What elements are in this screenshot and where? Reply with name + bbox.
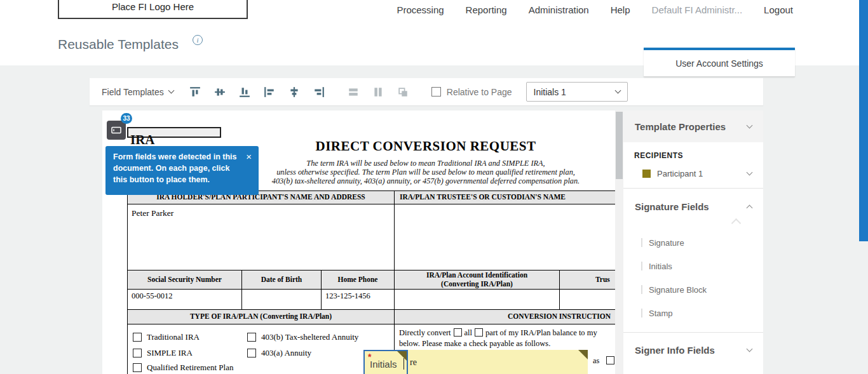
document-scrollbar[interactable]: [615, 110, 623, 374]
participant-name: Participant 1: [657, 169, 703, 178]
checkbox-icon: [454, 328, 462, 337]
user-account-settings-label: User Account Settings: [675, 58, 763, 69]
chevron-down-icon: [168, 88, 174, 94]
table-row: Social Security Number Date of Birth Hom…: [128, 270, 615, 290]
participant-color-swatch: [642, 170, 651, 178]
template-properties-header[interactable]: Template Properties: [623, 110, 763, 142]
nav-item-administration[interactable]: Administration: [529, 4, 589, 15]
trustee-value-cell: [560, 290, 615, 309]
field-item-signature[interactable]: Signature: [649, 236, 750, 250]
table-row: TYPE OF IRA/PLAN (Converting IRA/Plan) C…: [128, 310, 615, 324]
conversion-all-label: all: [465, 328, 473, 337]
trustee-header-cell: IRA/PLAN TRUSTEE'S OR CUSTODIAN'S NAME: [395, 191, 615, 204]
nav-item-help[interactable]: Help: [611, 4, 630, 15]
fields-detected-tooltip: Form fields were detected in this docume…: [105, 146, 259, 195]
sizing-icon-group: [348, 86, 409, 98]
ssn-value-cell: 000-55-0012: [128, 290, 242, 309]
as-label: as: [593, 356, 599, 365]
type-option: 403(b) Tax-sheltered Annuity: [247, 332, 358, 342]
column-header: Trus: [560, 270, 615, 289]
field-select-value: Initials 1: [534, 87, 566, 97]
field-item-signature-block[interactable]: Signature Block: [649, 283, 750, 297]
chevron-down-icon: [747, 169, 753, 175]
checkbox-icon: [247, 349, 256, 357]
phone-value-cell: 123-125-1456: [322, 290, 395, 309]
align-bottom-icon[interactable]: [239, 86, 250, 98]
field-templates-label: Field Templates: [102, 87, 164, 97]
recipient-participant-row[interactable]: Participant 1: [623, 165, 763, 182]
chevron-down-icon: [747, 345, 753, 352]
type-option: 403(a) Annuity: [247, 348, 311, 358]
signature-fields-label: Signature Fields: [635, 201, 709, 212]
match-height-icon[interactable]: [372, 86, 384, 98]
placed-initials-field[interactable]: * Initials: [363, 350, 408, 374]
detected-fields-count-badge: 33: [121, 113, 132, 124]
checkbox-icon: [247, 333, 256, 342]
info-icon[interactable]: i: [193, 35, 203, 45]
chevron-up-icon: [747, 204, 753, 211]
document-scrollbar-thumb[interactable]: [616, 112, 623, 179]
place-detected-fields-button[interactable]: [107, 121, 126, 140]
table-row: 000-55-0012 123-125-1456: [128, 290, 615, 310]
fi-logo-text: Place FI Logo Here: [112, 1, 194, 12]
detected-field-highlight[interactable]: re: [408, 350, 588, 374]
align-center-icon[interactable]: [288, 86, 300, 98]
signer-info-fields-header[interactable]: Signer Info Fields: [623, 341, 763, 359]
type-options-cell: Traditional IRA SIMPLE IRA Qualified Ret…: [128, 324, 395, 374]
alignment-icon-group: [189, 86, 325, 98]
align-top-icon[interactable]: [189, 86, 201, 98]
type-option-label: 403(a) Annuity: [261, 348, 311, 358]
underlying-text: re: [410, 357, 417, 368]
type-option: Qualified Retirement Plan: [133, 363, 233, 373]
signature-fields-header[interactable]: Signature Fields: [623, 197, 763, 215]
nav-item-processing[interactable]: Processing: [397, 4, 444, 15]
type-option-label: Traditional IRA: [147, 332, 200, 342]
relative-to-page-control: Relative to Page: [431, 87, 512, 97]
field-item-initials[interactable]: Initials: [649, 259, 750, 273]
column-header: IRA/Plan Account Identification (Convert…: [395, 270, 560, 289]
close-icon[interactable]: ×: [246, 150, 252, 163]
type-option: Traditional IRA: [133, 332, 200, 342]
trustee-name-cell: [395, 204, 615, 270]
align-left-icon[interactable]: [264, 86, 275, 98]
form-field-icon: [111, 124, 122, 136]
nav-item-logout[interactable]: Logout: [764, 4, 793, 15]
signer-info-fields-label: Signer Info Fields: [635, 345, 715, 356]
type-header-cell: TYPE OF IRA/PLAN (Converting IRA/Plan): [128, 310, 395, 324]
match-size-icon[interactable]: [397, 86, 409, 98]
panel-divider: [623, 332, 763, 333]
sub-header: Reusable Templates i User Account Settin…: [0, 19, 868, 65]
top-bar: Place FI Logo Here Processing Reporting …: [0, 0, 868, 19]
nav-item-reporting[interactable]: Reporting: [466, 4, 507, 15]
document-page: 33 IRA Form fields were detected in this…: [102, 110, 615, 374]
page-scrollbar-thumb[interactable]: [859, 0, 868, 241]
relative-to-page-label: Relative to Page: [447, 87, 512, 97]
nav-item-current-user[interactable]: Default FI Administr...: [652, 4, 743, 15]
form-table: IRA HOLDER'S/PLAN PARTICIPANT'S NAME AND…: [127, 190, 615, 374]
initials-field-label: Initials: [370, 359, 397, 370]
relative-to-page-checkbox[interactable]: [431, 87, 441, 97]
checkbox-icon: [133, 363, 142, 372]
field-item-stamp[interactable]: Stamp: [649, 306, 750, 320]
table-row: Peter Parker: [128, 204, 615, 270]
designer-toolbar: Field Templates: [90, 78, 763, 105]
type-option-label: SIMPLE IRA: [147, 348, 193, 358]
dob-value-cell: [242, 290, 322, 309]
template-properties-label: Template Properties: [635, 121, 726, 132]
conversion-text: Directly convert: [399, 328, 451, 337]
section-notch: [731, 218, 742, 229]
account-id-value-cell: [395, 290, 560, 309]
conversion-line-2: below. Please make a check payable as fo…: [399, 339, 615, 349]
conversion-line-1: Directly convertallpart of my IRA/Plan b…: [399, 328, 615, 338]
column-header: Date of Birth: [242, 270, 322, 289]
properties-panel: Template Properties RECIPIENTS Participa…: [623, 110, 763, 374]
field-select-dropdown[interactable]: Initials 1: [526, 82, 628, 102]
type-option-label: 403(b) Tax-sheltered Annuity: [261, 332, 358, 342]
type-option-label: Qualified Retirement Plan: [147, 363, 233, 373]
align-middle-icon[interactable]: [214, 86, 226, 98]
user-account-settings-button[interactable]: User Account Settings: [644, 48, 795, 77]
field-templates-dropdown[interactable]: Field Templates: [102, 87, 173, 97]
field-corner-marker: [578, 350, 588, 359]
align-right-icon[interactable]: [313, 86, 325, 98]
match-width-icon[interactable]: [348, 86, 359, 98]
